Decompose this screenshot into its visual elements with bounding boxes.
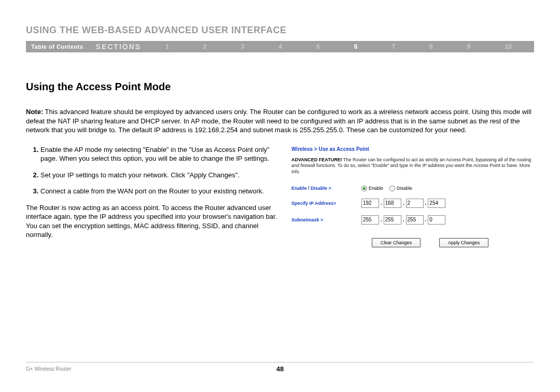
- nav-section-8[interactable]: 8: [429, 43, 433, 50]
- page-header-title: USING THE WEB-BASED ADVANCED USER INTERF…: [26, 0, 534, 41]
- nav-section-7[interactable]: 7: [391, 43, 395, 50]
- specify-ip-row: Specify IP Address> . . .: [291, 199, 534, 208]
- subnet-octet-2[interactable]: [384, 215, 401, 225]
- enable-radio[interactable]: Enable: [361, 186, 383, 191]
- nav-section-numbers: 12345678910: [148, 43, 534, 50]
- radio-unselected-icon: [389, 186, 395, 191]
- nav-toc-link[interactable]: Table of Contents: [26, 44, 89, 50]
- advanced-feature-label: ADVANCED FEATURE!: [291, 157, 342, 162]
- nav-section-3[interactable]: 3: [241, 43, 245, 50]
- note-label: Note:: [26, 108, 43, 116]
- section-nav-bar: Table of Contents SECTIONS 12345678910: [26, 41, 534, 52]
- nav-section-1[interactable]: 1: [165, 43, 169, 50]
- disable-radio-label: Disable: [397, 186, 412, 191]
- closing-paragraph: The Router is now acting as an access po…: [26, 203, 281, 240]
- step-1: Enable the AP mode my selecting "Enable"…: [40, 145, 281, 163]
- subnet-octet-3[interactable]: [406, 215, 424, 225]
- subheading: Using the Access Point Mode: [26, 81, 534, 93]
- apply-changes-button[interactable]: Apply Changes: [439, 238, 488, 247]
- ip-octet-2[interactable]: [384, 199, 401, 208]
- footer-page-number: 48: [0, 365, 560, 373]
- nav-section-6[interactable]: 6: [354, 43, 358, 50]
- nav-section-10[interactable]: 10: [505, 43, 511, 50]
- disable-radio[interactable]: Disable: [389, 186, 412, 191]
- enable-radio-label: Enable: [369, 186, 383, 191]
- nav-section-2[interactable]: 2: [203, 43, 207, 50]
- note-paragraph: Note: This advanced feature should be em…: [26, 107, 534, 135]
- subnet-row: Subnetmask > . . .: [291, 215, 534, 225]
- enable-disable-label: Enable / Disable >: [291, 186, 361, 191]
- advanced-feature-note: ADVANCED FEATURE! The Router can be conf…: [291, 157, 534, 175]
- ip-octet-1[interactable]: [361, 199, 379, 208]
- footer-rule: [26, 362, 534, 362]
- nav-section-5[interactable]: 5: [316, 43, 320, 50]
- step-3: Connect a cable from the WAN port on the…: [40, 187, 281, 196]
- nav-section-9[interactable]: 9: [467, 43, 471, 50]
- ip-octet-3[interactable]: [406, 199, 424, 208]
- nav-sections-label: SECTIONS: [89, 43, 149, 51]
- radio-selected-icon: [361, 186, 367, 191]
- clear-changes-button[interactable]: Clear Changes: [372, 238, 421, 247]
- subnet-octet-1[interactable]: [361, 215, 379, 225]
- specify-ip-label: Specify IP Address>: [291, 201, 361, 206]
- step-2: Set your IP settings to match your netwo…: [40, 171, 281, 180]
- config-panel: Wireless > Use as Access Point ADVANCED …: [291, 145, 534, 247]
- left-column: Enable the AP mode my selecting "Enable"…: [26, 145, 281, 247]
- subnet-octet-4[interactable]: [428, 215, 445, 225]
- enable-disable-row: Enable / Disable > Enable Disable: [291, 186, 534, 191]
- ip-octet-4[interactable]: [428, 199, 445, 208]
- note-text: This advanced feature should be employed…: [26, 108, 531, 134]
- nav-section-4[interactable]: 4: [278, 43, 282, 50]
- panel-breadcrumb: Wireless > Use as Access Point: [291, 146, 534, 152]
- steps-list: Enable the AP mode my selecting "Enable"…: [26, 145, 281, 196]
- subnet-label: Subnetmask >: [291, 217, 361, 222]
